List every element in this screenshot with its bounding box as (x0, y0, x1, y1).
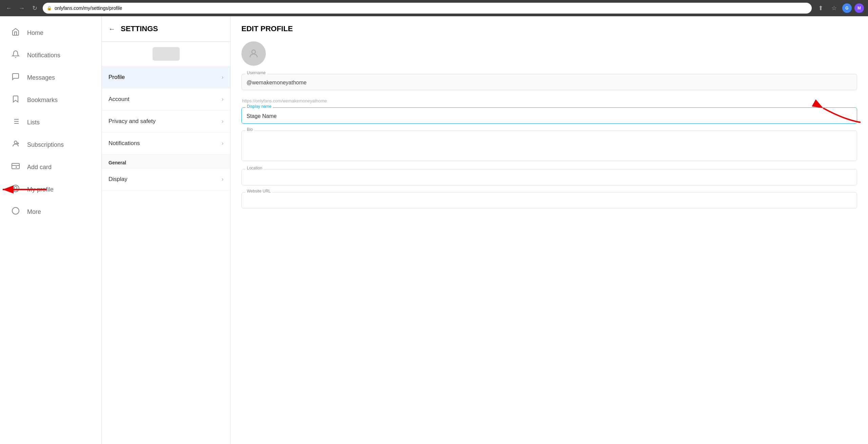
svg-point-20 (252, 50, 256, 54)
address-bar[interactable]: 🔒 onlyfans.com/my/settings/profile (43, 3, 812, 14)
notifications-icon (11, 50, 20, 60)
sidebar-item-notifications[interactable]: Notifications (3, 44, 99, 66)
profile-avatar-chrome[interactable]: M (854, 3, 864, 13)
browser-chrome: ← → ↻ 🔒 onlyfans.com/my/settings/profile… (0, 0, 868, 16)
forward-button[interactable]: → (17, 3, 26, 13)
username-url-hint: https://onlyfans.com/wemakemoneyathome (241, 97, 857, 107)
svg-point-6 (14, 141, 17, 144)
share-button[interactable]: ⬆ (815, 3, 826, 14)
location-label: Location (245, 166, 263, 170)
chevron-right-icon-5: › (222, 176, 223, 182)
settings-menu-display[interactable]: Display › (102, 168, 230, 190)
profile-image-placeholder (153, 47, 180, 61)
chevron-right-icon-2: › (222, 96, 223, 102)
settings-menu-notifications[interactable]: Notifications › (102, 133, 230, 155)
bio-field: Bio (241, 130, 857, 162)
sidebar-label-add-card: Add card (27, 164, 52, 171)
sidebar-label-messages: Messages (27, 74, 55, 81)
svg-rect-9 (12, 163, 19, 169)
sidebar-item-subscriptions[interactable]: Subscriptions (3, 134, 99, 156)
settings-section-general: General (102, 155, 230, 168)
lock-icon: 🔒 (47, 6, 52, 11)
sidebar-label-more: More (27, 208, 41, 216)
sidebar-label-home: Home (27, 29, 43, 37)
username-input[interactable] (241, 74, 857, 90)
settings-menu-privacy-label: Privacy and safety (108, 118, 156, 125)
url-domain: onlyfans.com (55, 5, 82, 11)
sidebar-item-my-profile[interactable]: My profile (3, 178, 99, 201)
edit-profile-panel: EDIT PROFILE Username https://onlyfans.c… (231, 16, 868, 444)
profile-avatar-area (241, 41, 857, 66)
settings-profile-image-area (102, 42, 230, 66)
website-field: Website URL (241, 192, 857, 208)
sidebar-label-notifications: Notifications (27, 52, 60, 59)
url-path: /my/settings/profile (82, 5, 122, 11)
bookmark-star-button[interactable]: ☆ (829, 3, 840, 14)
settings-menu-profile-label: Profile (108, 74, 125, 81)
sidebar-item-messages[interactable]: Messages (3, 66, 99, 89)
settings-menu-account[interactable]: Account › (102, 88, 230, 110)
browser-actions: ⬆ ☆ G M (815, 3, 864, 14)
settings-panel: ← SETTINGS Profile › Account › Privacy a… (102, 16, 231, 444)
location-field: Location (241, 169, 857, 185)
subscriptions-icon (11, 140, 20, 150)
settings-menu-privacy[interactable]: Privacy and safety › (102, 110, 230, 133)
reload-button[interactable]: ↻ (30, 3, 39, 13)
app-container: Home Notifications Messages Bookmarks Li… (0, 16, 868, 444)
my-profile-icon (11, 184, 20, 195)
url-display: onlyfans.com/my/settings/profile (55, 5, 122, 11)
display-name-label: Display name (245, 104, 273, 109)
website-label: Website URL (245, 189, 272, 194)
sidebar-item-lists[interactable]: Lists (3, 111, 99, 134)
settings-menu-display-label: Display (108, 176, 127, 183)
sidebar-label-lists: Lists (27, 119, 40, 126)
chevron-right-icon: › (222, 74, 223, 80)
settings-header: ← SETTINGS (102, 16, 230, 42)
display-name-field: Display name (241, 107, 857, 124)
settings-back-button[interactable]: ← (108, 25, 115, 33)
settings-title: SETTINGS (121, 24, 158, 33)
add-card-icon (11, 162, 20, 172)
google-account-avatar[interactable]: G (842, 3, 852, 13)
website-input[interactable] (241, 192, 857, 208)
sidebar-item-bookmarks[interactable]: Bookmarks (3, 89, 99, 111)
back-button[interactable]: ← (4, 3, 14, 13)
edit-profile-title: EDIT PROFILE (241, 24, 857, 33)
username-field: Username (241, 74, 857, 90)
lists-icon (11, 117, 20, 127)
bookmarks-icon (11, 95, 20, 105)
settings-menu-profile[interactable]: Profile › (102, 66, 230, 88)
sidebar-label-my-profile: My profile (27, 186, 54, 193)
bio-input[interactable] (241, 130, 857, 161)
username-label: Username (245, 70, 267, 75)
svg-point-14 (14, 186, 17, 189)
chevron-right-icon-4: › (222, 140, 223, 146)
messages-icon (11, 73, 20, 83)
sidebar-item-more[interactable]: More (3, 201, 99, 223)
location-input[interactable] (241, 169, 857, 185)
sidebar-label-subscriptions: Subscriptions (27, 141, 64, 148)
sidebar-label-bookmarks: Bookmarks (27, 97, 58, 104)
bio-label: Bio (245, 127, 254, 132)
settings-menu-notifications-label: Notifications (108, 140, 140, 147)
home-icon (11, 28, 20, 38)
sidebar-item-home[interactable]: Home (3, 22, 99, 44)
sidebar: Home Notifications Messages Bookmarks Li… (0, 16, 102, 444)
settings-menu-account-label: Account (108, 96, 129, 103)
sidebar-item-add-card[interactable]: Add card (3, 156, 99, 178)
display-name-input[interactable] (241, 107, 857, 124)
profile-avatar[interactable] (241, 41, 266, 66)
more-icon (11, 207, 20, 217)
chevron-right-icon-3: › (222, 118, 223, 124)
